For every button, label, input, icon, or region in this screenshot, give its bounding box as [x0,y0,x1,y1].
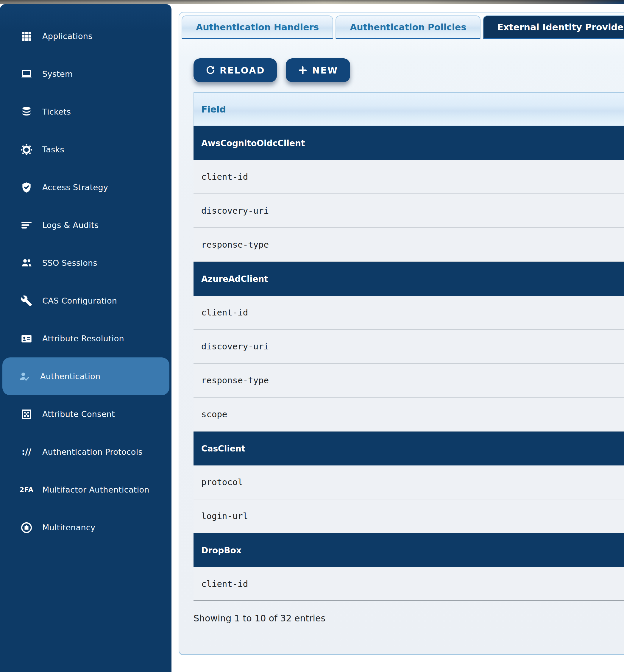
sidebar-item-label: Authentication [40,372,100,381]
sidebar-item-label: Tickets [42,107,71,116]
sidebar-item-multifactor-authentication[interactable]: 2FA Multifactor Authentication [0,471,172,509]
sidebar-item-multitenancy[interactable]: Multitenancy [0,509,172,546]
desktop-remnant-strip [0,0,624,4]
content-panel: Authentication Handlers Authentication P… [179,12,624,655]
sidebar-item-system[interactable]: System [0,55,172,93]
sidebar-item-access-strategy[interactable]: Access Strategy [0,168,172,206]
table-header-label: Field [201,104,226,114]
sidebar-item-label: Authentication Protocols [42,447,142,457]
tab-label: Authentication Handlers [196,22,319,32]
toolbar: RELOAD NEW [193,58,624,82]
table-field-row[interactable]: protocol [193,465,624,500]
sidebar-item-label: Attribute Resolution [42,334,124,343]
table-group-row: DropBox [193,533,624,567]
table-row-label: DropBox [201,545,241,555]
sidebar-item-label: Multifactor Authentication [42,485,150,494]
table-field-row[interactable]: discovery-uri [193,330,624,364]
table-row-label: scope [201,409,227,419]
tab-external-identity-providers[interactable]: External Identity Providers [483,16,624,39]
tab-label: External Identity Providers [497,22,624,32]
sidebar: Applications System Tickets Tasks Access… [0,4,172,672]
table-group-row: AzureAdClient [193,262,624,296]
table-field-row[interactable]: client-id [193,567,624,601]
sidebar-item-label: CAS Configuration [42,296,117,305]
table-field-row[interactable]: response-type [193,228,624,262]
two-fa-icon: 2FA [20,483,33,497]
table-row-label: response-type [201,240,269,250]
sidebar-item-authentication-protocols[interactable]: :// Authentication Protocols [0,433,172,471]
table-field-row[interactable]: login-url [193,500,624,533]
sidebar-item-sso-sessions[interactable]: SSO Sessions [0,244,172,282]
table-field-row[interactable]: response-type [193,364,624,398]
table-row-label: client-id [201,172,248,182]
log-lines-icon [20,218,33,232]
home-circle-icon [20,521,33,535]
pagination-summary: Showing 1 to 10 of 32 entries [193,613,624,623]
sidebar-item-label: Tasks [42,145,64,154]
table-row-label: response-type [201,375,269,385]
table-header-field[interactable]: Field [193,92,624,126]
people-icon [20,256,33,270]
table-row-label: CasClient [201,444,245,454]
table-row-label: login-url [201,511,248,521]
sidebar-item-label: Logs & Audits [42,220,99,230]
new-button[interactable]: NEW [286,58,350,82]
sidebar-item-label: Multitenancy [42,523,95,532]
checkerboard-icon [20,407,33,421]
reload-button[interactable]: RELOAD [193,58,277,82]
table-field-row[interactable]: discovery-uri [193,194,624,228]
sidebar-item-label: SSO Sessions [42,258,97,268]
table-row-label: client-id [201,307,248,318]
user-check-icon [18,370,31,383]
new-button-label: NEW [312,65,338,76]
table-row-label: client-id [201,579,248,589]
plus-icon [298,65,308,75]
table-row-label: discovery-uri [201,341,269,351]
table-row-label: discovery-uri [201,206,269,216]
sidebar-item-authentication[interactable]: Authentication [2,357,170,395]
gear-icon [20,143,33,157]
reload-button-label: RELOAD [220,65,265,76]
reload-icon [205,65,215,75]
apps-grid-icon [20,29,33,43]
shield-check-icon [20,181,33,194]
id-card-icon [20,332,33,346]
table-field-row[interactable]: scope [193,398,624,432]
table-group-row: CasClient [193,432,624,465]
sidebar-item-tickets[interactable]: Tickets [0,93,172,131]
identity-providers-table: Field AwsCognitoOidcClient client-id dis… [193,92,624,601]
table-row-label: protocol [201,477,243,487]
tab-authentication-handlers[interactable]: Authentication Handlers [182,16,333,39]
sidebar-item-label: System [42,69,73,79]
sidebar-item-attribute-resolution[interactable]: Attribute Resolution [0,320,172,357]
sidebar-item-applications[interactable]: Applications [0,17,172,55]
table-field-row[interactable]: client-id [193,160,624,194]
table-row-label: AwsCognitoOidcClient [201,138,305,148]
tab-label: Authentication Policies [350,22,466,32]
sidebar-item-cas-configuration[interactable]: CAS Configuration [0,282,172,320]
table-row-label: AzureAdClient [201,274,268,284]
protocol-slashes-icon: :// [20,445,33,459]
wrench-icon [20,294,33,308]
sidebar-item-tasks[interactable]: Tasks [0,131,172,168]
sidebar-item-logs-audits[interactable]: Logs & Audits [0,206,172,244]
sidebar-item-label: Applications [42,31,93,41]
sidebar-item-label: Attribute Consent [42,409,115,419]
database-icon [20,105,33,119]
table-group-row: AwsCognitoOidcClient [193,126,624,160]
sidebar-item-label: Access Strategy [42,183,108,192]
laptop-icon [20,67,33,81]
tab-bar: Authentication Handlers Authentication P… [182,16,624,39]
sidebar-item-attribute-consent[interactable]: Attribute Consent [0,395,172,433]
table-field-row[interactable]: client-id [193,296,624,330]
tab-authentication-policies[interactable]: Authentication Policies [336,16,480,39]
